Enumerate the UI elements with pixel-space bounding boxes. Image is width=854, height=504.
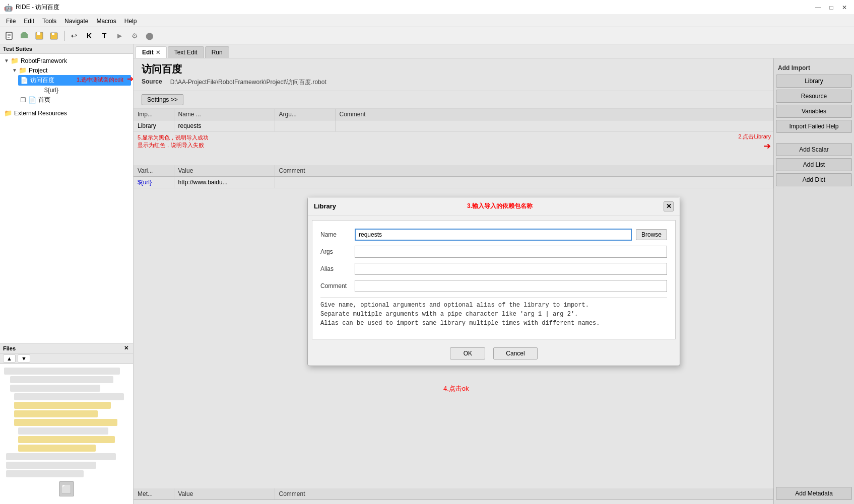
files-tree: ⬜	[0, 364, 133, 504]
dialog-overlay: Library 3.输入导入的依赖包名称 ✕ Name Browse	[134, 58, 854, 504]
comment-field-input[interactable]	[355, 280, 667, 292]
name-field-input[interactable]	[355, 229, 632, 241]
menu-edit[interactable]: Edit	[20, 17, 38, 26]
app-title: RIDE - 访问百度	[16, 3, 813, 12]
tab-edit-label: Edit	[142, 49, 154, 56]
menu-file[interactable]: File	[2, 17, 20, 26]
menu-tools[interactable]: Tools	[38, 17, 60, 26]
test-suites-header: Test Suites	[0, 44, 133, 54]
tree-item-robotframework[interactable]: ▼ 📁 RobotFramework	[2, 56, 131, 65]
files-label: Files	[3, 345, 16, 351]
svg-rect-2	[37, 32, 40, 35]
dialog-ok-btn[interactable]: OK	[450, 347, 485, 359]
tree-item-project-label: Project	[29, 67, 47, 74]
toolbar-extra-btn[interactable]: ⬤	[143, 29, 157, 43]
dialog-args-field: Args	[320, 246, 667, 258]
alias-field-label: Alias	[320, 265, 351, 272]
files-panel: Files ✕ ▲ ▼ ⬜	[0, 343, 133, 504]
toolbar-save-all-btn[interactable]	[47, 29, 61, 43]
annotation-step3: 3.输入导入的依赖包名称	[336, 202, 664, 210]
library-dialog: Library 3.输入导入的依赖包名称 ✕ Name Browse	[307, 197, 680, 366]
scroll-thumb[interactable]: ⬜	[59, 481, 74, 496]
tab-edit[interactable]: Edit ✕	[136, 46, 167, 58]
args-field-label: Args	[320, 248, 351, 255]
tab-run-label: Run	[212, 49, 223, 56]
dialog-alias-field: Alias	[320, 263, 667, 275]
tab-run[interactable]: Run	[205, 46, 229, 58]
dialog-comment-field: Comment	[320, 280, 667, 292]
menu-bar: File Edit Tools Navigate Macros Help	[0, 15, 854, 27]
menu-macros[interactable]: Macros	[92, 17, 120, 26]
expand-arrow: ▼	[4, 58, 9, 63]
toolbar-action-btn[interactable]: T	[97, 29, 111, 43]
dialog-title-text: Library	[314, 202, 336, 210]
title-bar: 🤖 RIDE - 访问百度 — □ ✕	[0, 0, 854, 15]
files-down-btn[interactable]: ▼	[18, 354, 30, 363]
project-folder-icon: 📁	[19, 66, 27, 74]
files-close-btn[interactable]: ✕	[122, 345, 130, 351]
tree-item-url-var[interactable]: ${url}	[18, 86, 131, 95]
tree-item-visit-baidu[interactable]: 📄 访问百度	[18, 75, 131, 86]
tree-item-homepage-label: 首页	[38, 96, 50, 104]
dialog-body: Name Browse Args Alias	[312, 220, 676, 339]
files-up-btn[interactable]: ▲	[3, 354, 16, 363]
main-layout: Test Suites ▼ 📁 RobotFramework ▼ 📁 Proje…	[0, 44, 854, 504]
tree-item-label: RobotFramework	[21, 57, 67, 64]
dialog-cancel-btn[interactable]: Cancel	[493, 347, 537, 359]
dialog-help-text: Give name, optional arguments and option…	[320, 297, 667, 331]
app-icon: 🤖	[4, 4, 13, 12]
toolbar-stop-btn[interactable]: ⚙	[127, 29, 142, 43]
toolbar-undo-btn[interactable]: ↩	[67, 29, 81, 43]
toolbar-open-btn[interactable]	[17, 29, 31, 43]
window-controls: — □ ✕	[813, 2, 850, 13]
browse-btn[interactable]: Browse	[636, 229, 667, 240]
right-main: Edit ✕ Text Edit Run 访问百度 Source D:\AA-P…	[134, 44, 854, 504]
expand-arrow-project: ▼	[12, 67, 17, 73]
comment-field-label: Comment	[320, 282, 351, 290]
minimize-btn[interactable]: —	[813, 2, 824, 13]
left-panel: Test Suites ▼ 📁 RobotFramework ▼ 📁 Proje…	[0, 44, 134, 504]
tab-bar: Edit ✕ Text Edit Run	[134, 44, 854, 58]
files-header: Files ✕	[0, 343, 133, 353]
file-icon: 📄	[20, 77, 28, 84]
args-field-input[interactable]	[355, 246, 667, 258]
alias-field-input[interactable]	[355, 263, 667, 275]
svg-rect-4	[52, 33, 54, 35]
maximize-btn[interactable]: □	[826, 2, 837, 13]
checkbox-icon: ☐	[20, 96, 26, 104]
tree-item-homepage[interactable]: ☐ 📄 首页	[18, 95, 131, 105]
test-suites-tree: ▼ 📁 RobotFramework ▼ 📁 Project 📄 访问百度 1.…	[0, 54, 133, 343]
tab-text-edit[interactable]: Text Edit	[168, 46, 204, 58]
external-resources-label: External Resources	[14, 110, 67, 117]
url-var-label: ${url}	[44, 87, 58, 94]
tree-item-external-resources[interactable]: 📁 External Resources	[2, 108, 131, 118]
dialog-name-field: Name Browse	[320, 229, 667, 241]
toolbar: ↩ K T ▶ ⚙ ⬤	[0, 27, 854, 44]
tab-text-edit-label: Text Edit	[174, 49, 198, 56]
close-btn[interactable]: ✕	[839, 2, 850, 13]
tree-item-project[interactable]: ▼ 📁 Project	[10, 65, 131, 75]
annotation-step4: 4.点击ok	[443, 384, 469, 393]
toolbar-redo-btn[interactable]: K	[82, 29, 96, 43]
menu-navigate[interactable]: Navigate	[60, 17, 92, 26]
name-field-label: Name	[320, 231, 351, 238]
toolbar-run-btn[interactable]: ▶	[112, 29, 126, 43]
menu-help[interactable]: Help	[120, 17, 141, 26]
files-nav: ▲ ▼	[0, 353, 133, 364]
tab-edit-close[interactable]: ✕	[156, 49, 160, 56]
external-res-icon: 📁	[4, 109, 12, 117]
dialog-footer: OK Cancel	[308, 343, 680, 366]
folder-icon: 📁	[11, 57, 19, 64]
toolbar-sep-1	[64, 31, 64, 41]
dialog-close-btn[interactable]: ✕	[664, 201, 674, 211]
toolbar-save-btn[interactable]	[32, 29, 46, 43]
dialog-titlebar: Library 3.输入导入的依赖包名称 ✕	[308, 197, 680, 216]
toolbar-new-btn[interactable]	[2, 29, 16, 43]
homepage-icon: 📄	[28, 96, 36, 104]
tree-item-baidu-label: 访问百度	[30, 76, 54, 85]
